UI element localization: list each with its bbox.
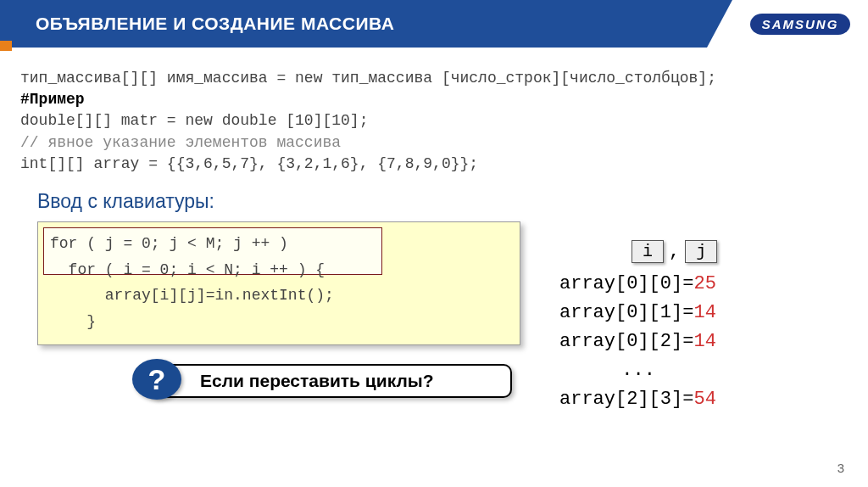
code-line-2: for ( i = 0; i < N; i ++ ) { [50,257,508,283]
slide-header: ОБЪЯВЛЕНИЕ И СОЗДАНИЕ МАССИВА SAMSUNG [0,0,868,48]
arr-left: array[0][1]= [559,302,693,323]
output-row: array[0][1]=14 [559,299,717,327]
logo-container: SAMSUNG [732,0,868,48]
output-row: array[2][3]=54 [559,385,717,414]
code-line-1: for ( j = 0; j < M; j ++ ) [50,231,508,257]
output-row: ... [559,356,717,385]
slide-content: тип_массива[][] имя_массива = new тип_ма… [0,48,868,398]
arr-val: 54 [693,389,715,410]
keyboard-input-section: Ввод с клавиатуры: for ( j = 0; j < M; j… [37,190,848,398]
output-column: i,j array[0][0]=25 array[0][1]=14 array[… [559,240,717,414]
badge-i: i [632,240,664,263]
question-box: ? Если переставить циклы? [147,364,512,398]
example-code: double[][] matr = new double [10][10]; [20,110,848,132]
arr-left: array[2][3]= [559,389,693,410]
arr-left: array[0][2]= [559,331,693,352]
syntax-block: тип_массива[][] имя_массива = new тип_ма… [20,68,848,175]
arr-val: 25 [693,273,715,294]
output-row: array[0][2]=14 [559,327,717,356]
keyboard-title: Ввод с клавиатуры: [37,190,848,213]
question-mark-icon: ? [132,359,181,400]
slide-title: ОБЪЯВЛЕНИЕ И СОЗДАНИЕ МАССИВА [36,14,394,34]
code-snippet: for ( j = 0; j < M; j ++ ) for ( i = 0; … [37,221,520,345]
badge-j: j [685,240,717,263]
badge-sep: , [669,241,680,262]
arr-left: array[0][0]= [559,273,693,294]
arr-val: 14 [693,331,715,352]
example-label: #Пример [20,89,848,110]
samsung-logo: SAMSUNG [750,14,851,35]
accent-bar [0,41,12,51]
question-text: Если переставить циклы? [147,364,512,398]
init-code: int[][] array = {{3,6,5,7}, {3,2,1,6}, {… [20,154,848,175]
index-badges: i,j [632,240,717,263]
page-number: 3 [837,461,844,475]
output-row: array[0][0]=25 [559,270,717,299]
syntax-line: тип_массива[][] имя_массива = new тип_ма… [20,68,848,89]
code-line-4: } [50,309,508,335]
code-line-3: array[i][j]=in.nextInt(); [50,283,508,309]
arr-left: ... [621,360,655,381]
comment-line: // явное указание элементов массива [20,132,848,154]
arr-val: 14 [693,302,715,323]
